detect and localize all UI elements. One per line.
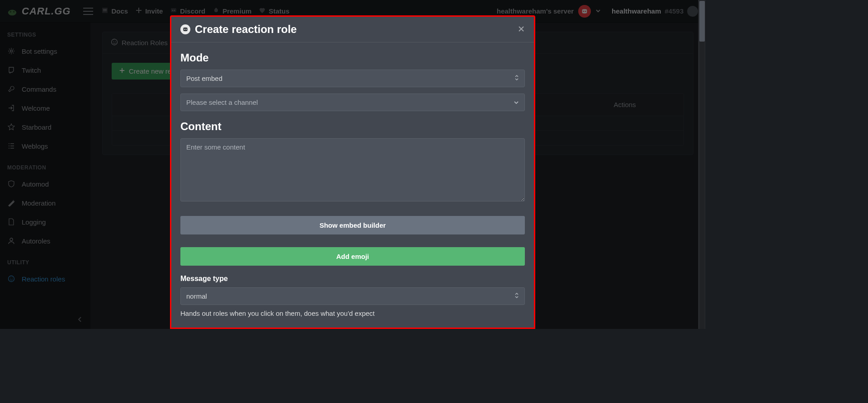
updown-icon xyxy=(514,292,519,300)
add-emoji-button[interactable]: Add emoji xyxy=(180,247,525,266)
chevron-down-icon xyxy=(514,98,519,106)
channel-select[interactable]: Please select a channel xyxy=(180,94,525,111)
message-type-value: normal xyxy=(186,292,207,300)
content-heading: Content xyxy=(180,120,525,133)
show-embed-builder-label: Show embed builder xyxy=(320,221,386,229)
mode-heading: Mode xyxy=(180,52,525,64)
modal-backdrop[interactable]: Create reaction role Mode Post embed Ple… xyxy=(0,0,705,329)
updown-icon xyxy=(514,75,519,82)
show-embed-builder-button[interactable]: Show embed builder xyxy=(180,216,525,234)
add-emoji-label: Add emoji xyxy=(336,253,369,260)
svg-point-24 xyxy=(186,29,187,30)
message-type-heading: Message type xyxy=(180,275,525,283)
content-textarea[interactable] xyxy=(180,138,525,202)
mode-select-value: Post embed xyxy=(186,75,222,82)
channel-select-placeholder: Please select a channel xyxy=(186,98,258,106)
modal-header-icon xyxy=(180,24,190,34)
scrollbar-thumb[interactable] xyxy=(699,1,705,42)
browser-scrollbar[interactable] xyxy=(698,0,705,329)
modal-title: Create reaction role xyxy=(195,23,513,36)
modal-close-button[interactable] xyxy=(518,25,525,34)
mode-select[interactable]: Post embed xyxy=(180,70,525,87)
message-type-help: Hands out roles when you click on them, … xyxy=(180,309,525,317)
modal-body: Mode Post embed Please select a channel … xyxy=(171,42,534,326)
message-type-select[interactable]: normal xyxy=(180,287,525,305)
create-reaction-role-modal: Create reaction role Mode Post embed Ple… xyxy=(170,15,535,329)
svg-point-23 xyxy=(184,29,185,30)
modal-header: Create reaction role xyxy=(171,17,534,42)
close-icon xyxy=(518,25,525,33)
